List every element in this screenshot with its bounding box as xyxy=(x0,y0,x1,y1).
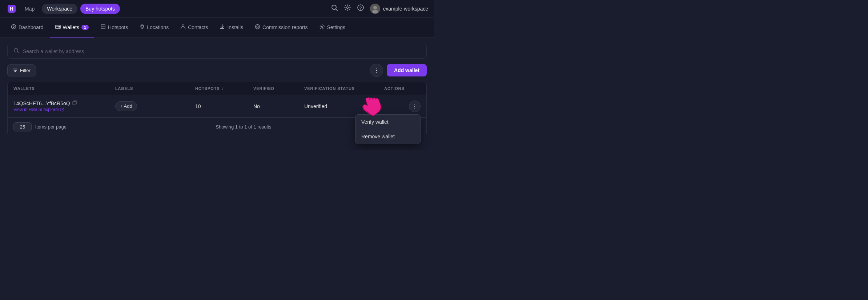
filter-button[interactable]: Filter xyxy=(7,64,36,76)
copy-icon[interactable] xyxy=(72,100,77,106)
remove-wallet-item[interactable]: Remove wallet xyxy=(355,129,420,144)
tab-dashboard[interactable]: Dashboard xyxy=(6,17,49,38)
col-verification-status: VERIFICATION STATUS xyxy=(304,86,384,91)
tab-contacts-label: Contacts xyxy=(188,24,208,30)
settings-icon[interactable] xyxy=(344,4,351,13)
svg-point-21 xyxy=(256,24,260,29)
wallets-table: WALLETS LABELS HOTSPOTS ↓ VERIFIED VERIF… xyxy=(7,82,427,136)
tab-wallets-label: Wallets xyxy=(63,24,79,30)
locations-icon xyxy=(140,24,145,30)
tab-installs[interactable]: Installs xyxy=(214,17,248,38)
col-labels: LABELS xyxy=(115,86,195,91)
svg-point-9 xyxy=(372,10,378,13)
wallet-address-cell: 14QScHFT6...YfBcR5oQ View in Helium expl… xyxy=(13,100,115,112)
contacts-icon xyxy=(180,24,186,30)
user-label: example-workspace xyxy=(383,6,429,12)
svg-point-8 xyxy=(373,6,377,9)
tab-hotspots-label: Hotspots xyxy=(108,24,128,30)
row-more-button[interactable]: ⋮ xyxy=(409,100,421,112)
tab-commission-label: Commission reports xyxy=(262,24,308,30)
table-row: 14QScHFT6...YfBcR5oQ View in Helium expl… xyxy=(8,95,426,118)
dashboard-icon xyxy=(11,24,16,31)
tab-commission[interactable]: Commission reports xyxy=(250,17,313,38)
add-wallet-button[interactable]: Add wallet xyxy=(387,64,427,76)
showing-text: Showing 1 to 1 of 1 results xyxy=(216,124,271,130)
col-actions: ACTIONS xyxy=(384,86,421,91)
hotspots-cell: 10 xyxy=(195,103,253,109)
per-page-section: items per page xyxy=(13,122,67,131)
hotspots-icon xyxy=(100,24,106,31)
per-page-label: items per page xyxy=(35,124,67,130)
svg-rect-29 xyxy=(73,102,76,105)
settings-tab-icon xyxy=(320,24,325,31)
svg-line-3 xyxy=(335,9,337,11)
tab-dashboard-label: Dashboard xyxy=(19,24,44,30)
labels-cell: + Add xyxy=(115,101,195,111)
tab-settings-label: Settings xyxy=(327,24,346,30)
col-hotspots: HOTSPOTS ↓ xyxy=(195,86,253,91)
help-icon[interactable]: ? xyxy=(357,4,364,13)
verification-status-cell: Unverified xyxy=(304,103,384,109)
search-icon[interactable] xyxy=(331,4,338,13)
verified-cell: No xyxy=(253,103,304,109)
svg-point-22 xyxy=(257,26,258,28)
tab-hotspots[interactable]: Hotspots xyxy=(95,17,133,38)
filter-row-right: ⋮ Add wallet xyxy=(370,64,427,77)
table-header: WALLETS LABELS HOTSPOTS ↓ VERIFIED VERIF… xyxy=(8,82,426,95)
user-menu[interactable]: example-workspace xyxy=(370,4,429,14)
svg-point-19 xyxy=(141,25,143,27)
svg-point-11 xyxy=(13,26,15,27)
tab-contacts[interactable]: Contacts xyxy=(175,17,213,38)
add-label-button[interactable]: + Add xyxy=(115,101,137,111)
hotspots-sort-arrow[interactable]: ↓ xyxy=(221,86,224,91)
svg-text:?: ? xyxy=(359,6,362,10)
per-page-input[interactable] xyxy=(13,122,32,131)
svg-point-23 xyxy=(321,26,323,27)
actions-dropdown: Verify wallet Remove wallet xyxy=(355,114,421,144)
tab-locations[interactable]: Locations xyxy=(134,17,174,38)
svg-text:H: H xyxy=(10,6,13,12)
wallets-badge: 1 xyxy=(81,25,89,30)
buy-hotspots-button[interactable]: Buy hotspots xyxy=(80,4,120,14)
tab-installs-label: Installs xyxy=(227,24,243,30)
svg-rect-14 xyxy=(59,26,60,27)
col-wallets: WALLETS xyxy=(13,86,115,91)
search-bar xyxy=(7,44,427,59)
commission-icon xyxy=(255,24,260,31)
svg-line-25 xyxy=(17,52,19,53)
installs-icon xyxy=(220,24,225,30)
filter-label: Filter xyxy=(20,68,31,73)
tab-locations-label: Locations xyxy=(147,24,169,30)
search-bar-icon xyxy=(13,48,19,55)
avatar xyxy=(370,4,380,14)
workspace-button[interactable]: Workspace xyxy=(42,4,77,14)
row-actions-cell: ⋮ Verify wallet Remove wallet xyxy=(384,100,421,112)
svg-point-4 xyxy=(346,7,348,9)
tab-settings[interactable]: Settings xyxy=(314,17,351,38)
col-verified: VERIFIED xyxy=(253,86,304,91)
wallets-icon xyxy=(55,24,61,31)
logo-icon[interactable]: H xyxy=(6,3,17,15)
verify-wallet-item[interactable]: Verify wallet xyxy=(355,115,420,129)
table-more-button[interactable]: ⋮ xyxy=(370,64,383,77)
wallet-address-text: 14QScHFT6...YfBcR5oQ xyxy=(13,100,70,106)
view-helium-link[interactable]: View in Helium explorer xyxy=(13,107,115,112)
wallet-search-input[interactable] xyxy=(23,48,421,54)
filter-row: Filter ⋮ Add wallet xyxy=(7,64,427,77)
top-nav: H Map Workspace Buy hotspots ? xyxy=(0,0,434,17)
tab-wallets[interactable]: Wallets 1 xyxy=(50,17,94,38)
main-content: Filter ⋮ Add wallet WALLETS LABELS HOTSP… xyxy=(0,38,434,150)
map-button[interactable]: Map xyxy=(20,4,39,14)
sub-nav: Dashboard Wallets 1 Hotspots xyxy=(0,17,434,38)
